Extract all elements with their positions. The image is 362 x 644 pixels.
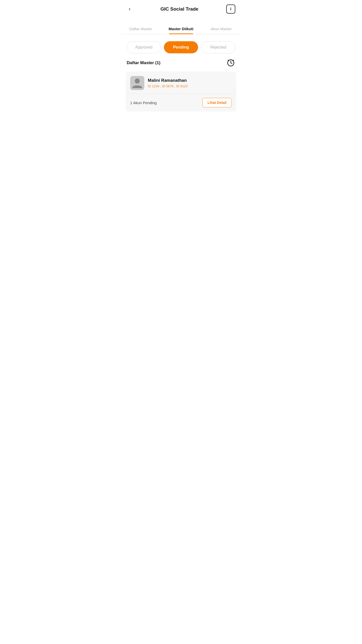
info-icon: i bbox=[230, 7, 231, 11]
master-list-section: Daftar Master (1) Malini Rama bbox=[121, 58, 241, 111]
list-title: Daftar Master (1) bbox=[127, 60, 160, 65]
card-bottom: 1 Akun Pending Lihat Detail bbox=[126, 94, 236, 111]
filter-section: Approved Pending Rejected bbox=[121, 34, 241, 58]
back-button[interactable]: ‹ bbox=[127, 5, 132, 13]
lihat-detail-button[interactable]: Lihat Detail bbox=[202, 98, 232, 107]
app-header: ‹ GIC Social Trade i bbox=[121, 0, 241, 18]
tab-master-diikuti[interactable]: Master Diikuti bbox=[161, 23, 201, 34]
filter-pending[interactable]: Pending bbox=[164, 41, 198, 53]
card-ids: ID 1234 , ID 5678 , ID 9123 bbox=[148, 84, 188, 88]
page-title: GIC Social Trade bbox=[132, 6, 226, 12]
history-icon[interactable] bbox=[226, 58, 235, 67]
tab-daftar-master[interactable]: Daftar Master bbox=[121, 23, 161, 34]
list-header: Daftar Master (1) bbox=[126, 58, 236, 67]
tab-akun-master[interactable]: Akun Master bbox=[201, 23, 241, 34]
clock-icon bbox=[227, 59, 235, 67]
avatar-image bbox=[130, 76, 144, 90]
pending-count: 1 Akun Pending bbox=[130, 101, 157, 105]
master-card: Malini Ramanathan ID 1234 , ID 5678 , ID… bbox=[126, 71, 236, 111]
avatar bbox=[130, 76, 144, 90]
card-info: Malini Ramanathan ID 1234 , ID 5678 , ID… bbox=[148, 78, 188, 88]
filter-rejected[interactable]: Rejected bbox=[201, 41, 235, 53]
info-button[interactable]: i bbox=[226, 5, 235, 14]
filter-approved[interactable]: Approved bbox=[127, 41, 161, 53]
card-top: Malini Ramanathan ID 1234 , ID 5678 , ID… bbox=[126, 71, 236, 94]
svg-point-1 bbox=[135, 78, 140, 84]
card-name: Malini Ramanathan bbox=[148, 78, 188, 83]
tab-bar: Daftar Master Master Diikuti Akun Master bbox=[121, 23, 241, 34]
